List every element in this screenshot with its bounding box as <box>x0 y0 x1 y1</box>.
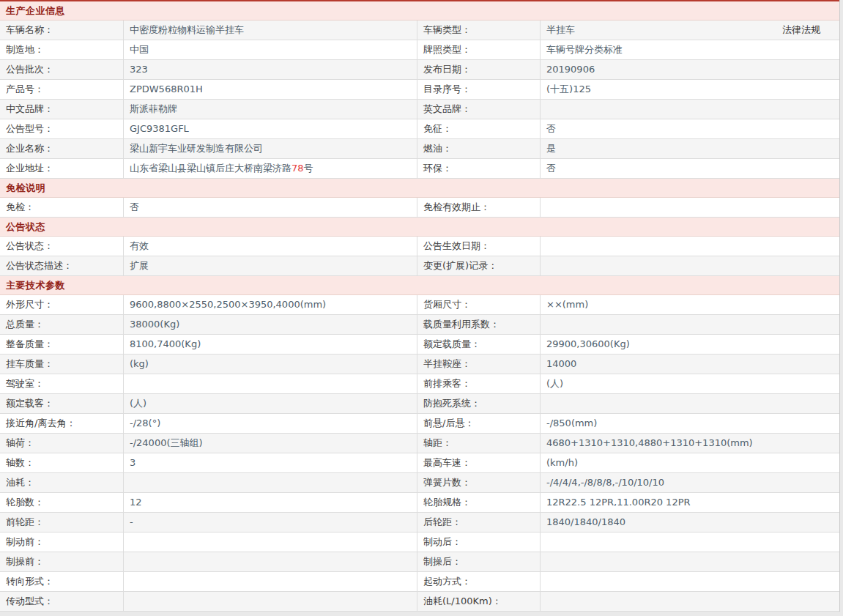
field-value: 14000 <box>541 355 839 374</box>
field-label: 发布日期： <box>417 60 541 79</box>
table-row: 产品号：ZPDW568R01H目录序号：(十五)125 <box>0 80 839 100</box>
field-label: 燃油： <box>417 139 541 158</box>
table-row: 额定载客：(人)防抱死系统： <box>0 394 839 414</box>
table-row: 车辆名称：中密度粉粒物料运输半挂车车辆类型：半挂车法律法规 <box>0 21 839 40</box>
field-value <box>541 592 839 611</box>
field-value: 否 <box>541 119 839 138</box>
field-label: 公告状态描述： <box>0 256 124 275</box>
field-value: 中国 <box>124 40 417 59</box>
field-value: 1840/1840/1840 <box>541 513 839 532</box>
table-row: 挂车质量：(kg)半挂鞍座：14000 <box>0 355 839 374</box>
field-value: - <box>124 513 417 532</box>
field-label: 弹簧片数： <box>417 473 541 492</box>
field-value <box>541 315 839 334</box>
table-row: 总质量：38000(Kg)载质量利用系数： <box>0 315 839 335</box>
field-label: 制操后： <box>417 552 541 571</box>
field-label: 免检： <box>0 198 124 217</box>
field-value: -/850(mm) <box>541 414 839 433</box>
table-row: 轮胎数：12轮胎规格：12R22.5 12PR,11.00R20 12PR <box>0 493 839 513</box>
field-value: GJC9381GFL <box>124 119 417 138</box>
field-value: 29900,30600(Kg) <box>541 335 839 354</box>
field-value: -/4/4/4,-/8/8/8,-/10/10/10 <box>541 473 839 492</box>
field-value <box>541 394 839 413</box>
field-label: 轴距： <box>417 434 541 453</box>
field-label: 企业地址： <box>0 159 124 178</box>
field-label: 免检有效期止： <box>417 198 541 217</box>
field-label: 公告状态： <box>0 237 124 256</box>
field-label: 货厢尺寸： <box>417 295 541 314</box>
field-label: 车辆类型： <box>417 21 541 40</box>
table-row: 企业名称：梁山新宇车业研发制造有限公司燃油：是 <box>0 139 839 159</box>
field-value: 中密度粉粒物料运输半挂车 <box>124 21 417 40</box>
field-value <box>541 532 839 552</box>
field-value <box>124 374 417 393</box>
field-value <box>124 592 417 611</box>
field-label: 转向形式： <box>0 572 124 591</box>
field-value: 否 <box>541 159 839 178</box>
section-header: 主要技术参数 <box>0 276 839 295</box>
section-header: 生产企业信息 <box>0 1 839 21</box>
table-row: 轴荷：-/24000(三轴组)轴距：4680+1310+1310,4880+13… <box>0 434 839 453</box>
field-value: -/24000(三轴组) <box>124 434 417 453</box>
section-header: 公告状态 <box>0 218 839 237</box>
field-label: 轮胎规格： <box>417 493 541 512</box>
field-label: 轴荷： <box>0 434 124 453</box>
field-label: 制动前： <box>0 532 124 552</box>
field-value: 12 <box>124 493 417 512</box>
field-value: 是 <box>541 139 839 158</box>
field-label: 额定载客： <box>0 394 124 413</box>
field-value <box>541 198 839 217</box>
section-header: 免检说明 <box>0 179 839 198</box>
field-label: 免征： <box>417 119 541 138</box>
table-row: 前轮距：-后轮距：1840/1840/1840 <box>0 513 839 532</box>
field-value: 20190906 <box>541 60 839 79</box>
field-label: 驾驶室： <box>0 374 124 393</box>
field-value <box>541 256 839 275</box>
field-label: 传动型式： <box>0 592 124 611</box>
table-row: 传动型式：油耗(L/100Km)： <box>0 592 839 612</box>
keyword-highlight: 78 <box>291 163 304 174</box>
table-row: 公告批次：323发布日期：20190906 <box>0 60 839 80</box>
table-row: 制动前：制动后： <box>0 532 839 552</box>
field-label: 前悬/后悬： <box>417 414 541 433</box>
field-label: 挂车质量： <box>0 355 124 374</box>
field-label: 轴数： <box>0 453 124 472</box>
field-value <box>124 473 417 492</box>
field-value: 323 <box>124 60 417 79</box>
field-value: ××(mm) <box>541 295 839 314</box>
field-value <box>124 572 417 591</box>
vehicle-info-sheet: 生产企业信息车辆名称：中密度粉粒物料运输半挂车车辆类型：半挂车法律法规制造地：中… <box>0 0 840 612</box>
field-value: 9600,8800×2550,2500×3950,4000(mm) <box>124 295 417 314</box>
table-row: 企业地址：山东省梁山县梁山镇后庄大桥南梁济路78号环保：否 <box>0 159 839 179</box>
field-value <box>541 552 839 571</box>
field-value: (人) <box>124 394 417 413</box>
field-value: 4680+1310+1310,4880+1310+1310(mm) <box>541 434 839 453</box>
field-label: 车辆名称： <box>0 21 124 40</box>
field-label: 制操前： <box>0 552 124 571</box>
legal-regulations-link[interactable]: 法律法规 <box>782 21 820 40</box>
field-label: 起动方式： <box>417 572 541 591</box>
field-label: 牌照类型： <box>417 40 541 59</box>
field-value: 半挂车法律法规 <box>541 21 839 40</box>
table-row: 中文品牌：斯派菲勒牌英文品牌： <box>0 100 839 119</box>
field-value: 12R22.5 12PR,11.00R20 12PR <box>541 493 839 512</box>
field-value: 斯派菲勒牌 <box>124 100 417 119</box>
field-label: 轮胎数： <box>0 493 124 512</box>
field-value <box>541 237 839 256</box>
field-label: 中文品牌： <box>0 100 124 119</box>
field-value: (十五)125 <box>541 80 839 99</box>
field-label: 前排乘客： <box>417 374 541 393</box>
field-value: (人) <box>541 374 839 393</box>
field-value <box>124 532 417 552</box>
field-label: 接近角/离去角： <box>0 414 124 433</box>
table-row: 外形尺寸：9600,8800×2550,2500×3950,4000(mm)货厢… <box>0 295 839 315</box>
field-value: ZPDW568R01H <box>124 80 417 99</box>
field-label: 英文品牌： <box>417 100 541 119</box>
field-value: 山东省梁山县梁山镇后庄大桥南梁济路78号 <box>124 159 417 178</box>
field-label: 制动后： <box>417 532 541 552</box>
field-label: 环保： <box>417 159 541 178</box>
field-value: -/28(°) <box>124 414 417 433</box>
field-label: 制造地： <box>0 40 124 59</box>
field-label: 最高车速： <box>417 453 541 472</box>
field-label: 油耗(L/100Km)： <box>417 592 541 611</box>
